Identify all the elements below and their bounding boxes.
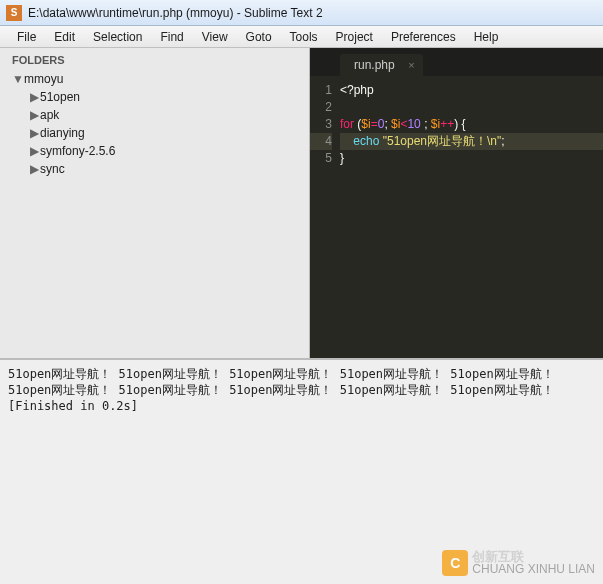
menu-selection[interactable]: Selection — [84, 30, 151, 44]
tree-item-label: 51open — [40, 90, 80, 104]
tree-item-symfony[interactable]: ▶ symfony-2.5.6 — [8, 142, 301, 160]
disclosure-right-icon: ▶ — [28, 126, 40, 140]
menu-goto[interactable]: Goto — [237, 30, 281, 44]
menu-file[interactable]: File — [8, 30, 45, 44]
sidebar: FOLDERS ▼ mmoyu ▶ 51open ▶ apk ▶ dianyin… — [0, 48, 310, 358]
menu-preferences[interactable]: Preferences — [382, 30, 465, 44]
line-gutter: 12345 — [310, 82, 340, 358]
app-icon: S — [6, 5, 22, 21]
disclosure-right-icon: ▶ — [28, 108, 40, 122]
disclosure-right-icon: ▶ — [28, 144, 40, 158]
menu-project[interactable]: Project — [327, 30, 382, 44]
tree-item-label: symfony-2.5.6 — [40, 144, 115, 158]
code-area[interactable]: 12345 <?php for ($i=0; $i<10 ; $i++) { e… — [310, 76, 603, 358]
watermark: C 创新互联 CHUANG XINHU LIAN — [442, 550, 595, 576]
window-titlebar: S E:\data\www\runtime\run.php (mmoyu) - … — [0, 0, 603, 26]
tree-item-label: apk — [40, 108, 59, 122]
menu-bar: File Edit Selection Find View Goto Tools… — [0, 26, 603, 48]
disclosure-right-icon: ▶ — [28, 90, 40, 104]
tree-root-label: mmoyu — [24, 72, 63, 86]
tree-item-label: sync — [40, 162, 65, 176]
watermark-text: 创新互联 CHUANG XINHU LIAN — [472, 551, 595, 575]
editor-pane: run.php × 12345 <?php for ($i=0; $i<10 ;… — [310, 48, 603, 358]
menu-view[interactable]: View — [193, 30, 237, 44]
tab-runphp[interactable]: run.php × — [340, 54, 423, 76]
disclosure-right-icon: ▶ — [28, 162, 40, 176]
tab-bar: run.php × — [310, 48, 603, 76]
tree-item-apk[interactable]: ▶ apk — [8, 106, 301, 124]
main-pane: FOLDERS ▼ mmoyu ▶ 51open ▶ apk ▶ dianyin… — [0, 48, 603, 358]
window-title: E:\data\www\runtime\run.php (mmoyu) - Su… — [28, 6, 323, 20]
sidebar-header: FOLDERS — [8, 54, 301, 66]
close-icon[interactable]: × — [408, 59, 414, 71]
watermark-icon: C — [442, 550, 468, 576]
tree-item-label: dianying — [40, 126, 85, 140]
disclosure-down-icon: ▼ — [12, 72, 24, 86]
tab-label: run.php — [354, 58, 395, 72]
menu-edit[interactable]: Edit — [45, 30, 84, 44]
tree-item-dianying[interactable]: ▶ dianying — [8, 124, 301, 142]
tree-item-sync[interactable]: ▶ sync — [8, 160, 301, 178]
menu-help[interactable]: Help — [465, 30, 508, 44]
tree-item-51open[interactable]: ▶ 51open — [8, 88, 301, 106]
code-text[interactable]: <?php for ($i=0; $i<10 ; $i++) { echo "5… — [340, 82, 603, 358]
tree-root[interactable]: ▼ mmoyu — [8, 70, 301, 88]
menu-find[interactable]: Find — [151, 30, 192, 44]
menu-tools[interactable]: Tools — [281, 30, 327, 44]
